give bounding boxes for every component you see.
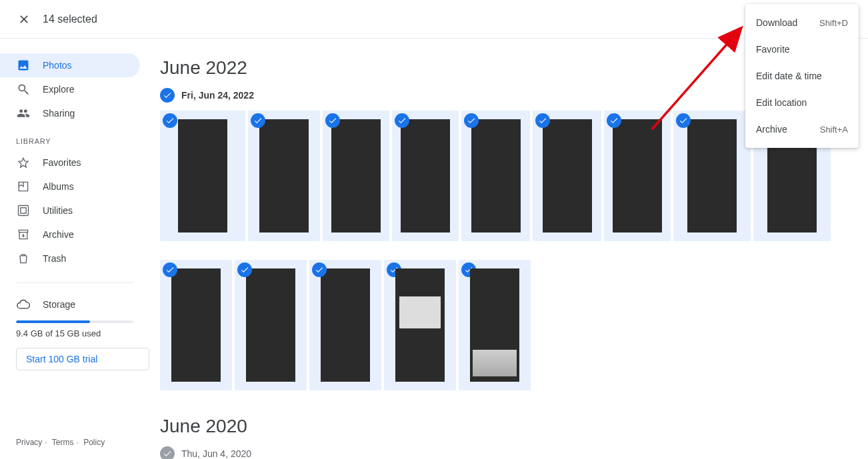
photo-thumbnail[interactable] xyxy=(248,111,320,241)
check-icon xyxy=(467,116,476,125)
archive-icon xyxy=(16,227,31,242)
menu-item-archive[interactable]: Archive Shift+A xyxy=(745,116,859,143)
svg-rect-0 xyxy=(19,206,29,216)
sidebar-item-photos[interactable]: Photos xyxy=(0,53,140,77)
terms-link[interactable]: Terms xyxy=(52,438,74,447)
menu-item-label: Favorite xyxy=(756,44,790,55)
check-icon xyxy=(328,116,337,125)
sidebar-item-utilities[interactable]: Utilities xyxy=(0,199,140,223)
sidebar-item-label: Trash xyxy=(43,253,66,264)
storage-used-text: 9.4 GB of 15 GB used xyxy=(0,328,149,338)
photo-select-checkbox[interactable] xyxy=(312,262,327,277)
photo-image xyxy=(178,119,227,232)
menu-item-label: Download xyxy=(756,17,797,28)
policy-link[interactable]: Policy xyxy=(83,438,105,447)
menu-item-edit-location[interactable]: Edit location xyxy=(745,89,859,116)
sidebar-item-trash[interactable]: Trash xyxy=(0,246,140,270)
photo-thumbnail[interactable] xyxy=(160,111,245,241)
trash-icon xyxy=(16,251,31,266)
menu-item-label: Edit location xyxy=(756,97,807,108)
menu-item-shortcut: Shift+A xyxy=(820,125,848,135)
sidebar-item-albums[interactable]: Albums xyxy=(0,175,140,199)
section-title: June 2020 xyxy=(160,416,868,437)
sidebar-item-sharing[interactable]: Sharing xyxy=(0,101,140,125)
photo-select-checkbox[interactable] xyxy=(251,113,265,128)
star-icon xyxy=(16,155,31,170)
check-icon xyxy=(609,116,619,125)
photo-image xyxy=(470,268,519,382)
sidebar: Photos Explore Sharing LIBRARY Favorites… xyxy=(0,39,149,459)
check-icon xyxy=(165,116,175,125)
date-select-checkbox[interactable] xyxy=(160,446,175,459)
menu-item-label: Edit date & time xyxy=(756,71,822,81)
sidebar-item-label: Utilities xyxy=(43,205,73,216)
photo-image xyxy=(331,119,381,232)
sidebar-item-label: Sharing xyxy=(43,108,75,119)
photo-select-checkbox[interactable] xyxy=(535,113,550,128)
check-icon xyxy=(165,265,175,274)
photo-image xyxy=(259,119,309,232)
menu-item-download[interactable]: Download Shift+D xyxy=(745,9,859,36)
photo-image xyxy=(246,268,295,382)
photo-image xyxy=(401,119,450,232)
storage-progress xyxy=(16,320,133,323)
photo-image xyxy=(321,268,370,382)
photo-select-checkbox[interactable] xyxy=(607,113,621,128)
menu-item-favorite[interactable]: Favorite xyxy=(745,36,859,63)
sidebar-item-archive[interactable]: Archive xyxy=(0,223,140,246)
check-icon xyxy=(538,116,547,125)
check-icon xyxy=(679,116,688,125)
privacy-link[interactable]: Privacy xyxy=(16,438,42,447)
storage-label: Storage xyxy=(43,299,75,310)
photo-select-checkbox[interactable] xyxy=(676,113,691,128)
sidebar-item-favorites[interactable]: Favorites xyxy=(0,151,140,175)
sidebar-item-storage[interactable]: Storage xyxy=(0,292,149,316)
photo-thumbnail[interactable] xyxy=(309,260,381,390)
photo-select-checkbox[interactable] xyxy=(325,113,340,128)
photo-select-checkbox[interactable] xyxy=(464,113,479,128)
photo-image xyxy=(543,119,592,232)
photo-image xyxy=(613,119,662,232)
photo-thumbnail[interactable] xyxy=(323,111,389,241)
photo-select-checkbox[interactable] xyxy=(395,113,409,128)
people-icon xyxy=(16,106,31,121)
photo-thumbnail[interactable] xyxy=(160,260,232,390)
date-label: Thu, Jun 4, 2020 xyxy=(181,448,251,459)
photo-select-checkbox[interactable] xyxy=(163,262,177,277)
date-select-checkbox[interactable] xyxy=(160,88,175,103)
photo-grid xyxy=(160,260,868,390)
selection-header: 14 selected xyxy=(0,0,868,39)
album-icon xyxy=(16,179,31,194)
svg-rect-1 xyxy=(21,208,26,213)
sidebar-item-label: Albums xyxy=(43,181,74,192)
sidebar-library-header: LIBRARY xyxy=(0,128,149,151)
photo-thumbnail[interactable] xyxy=(235,260,307,390)
photo-thumbnail[interactable] xyxy=(384,260,456,390)
start-trial-button[interactable]: Start 100 GB trial xyxy=(16,348,149,370)
utilities-icon xyxy=(16,203,31,218)
footer-links: Privacy· Terms· Policy xyxy=(0,438,149,459)
date-label: Fri, Jun 24, 2022 xyxy=(181,90,254,101)
photo-thumbnail[interactable] xyxy=(673,111,751,241)
photo-image xyxy=(171,268,221,382)
check-icon xyxy=(315,265,324,274)
close-selection-button[interactable] xyxy=(11,6,37,33)
sidebar-item-explore[interactable]: Explore xyxy=(0,77,140,101)
photo-thumbnail[interactable] xyxy=(459,260,531,390)
photo-thumbnail[interactable] xyxy=(392,111,459,241)
photo-thumbnail[interactable] xyxy=(533,111,601,241)
photo-image xyxy=(687,119,737,232)
photo-select-checkbox[interactable] xyxy=(237,262,252,277)
close-icon xyxy=(17,13,31,26)
photo-thumbnail[interactable] xyxy=(604,111,671,241)
check-icon xyxy=(253,116,263,125)
sidebar-item-label: Photos xyxy=(43,60,72,71)
sidebar-item-label: Explore xyxy=(43,84,74,95)
photo-thumbnail[interactable] xyxy=(461,111,530,241)
selection-count: 14 selected xyxy=(43,13,97,25)
search-icon xyxy=(16,82,31,97)
sidebar-item-label: Favorites xyxy=(43,157,81,168)
photo-select-checkbox[interactable] xyxy=(163,113,177,128)
cloud-icon xyxy=(16,297,31,312)
menu-item-edit-date[interactable]: Edit date & time xyxy=(745,63,859,89)
